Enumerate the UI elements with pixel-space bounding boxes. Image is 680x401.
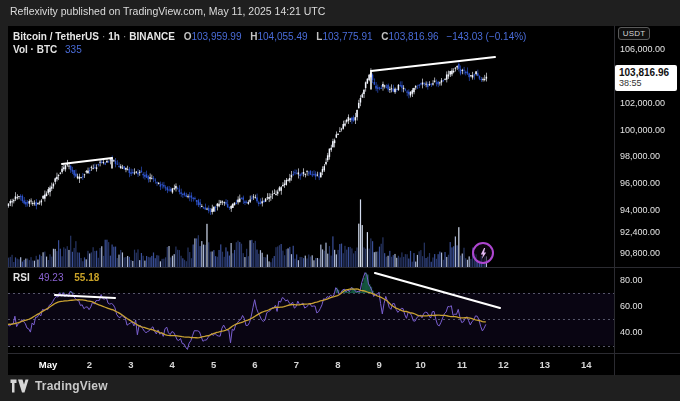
rsi-ma-value: 55.18 [74, 272, 99, 283]
price-chart-canvas[interactable] [0, 0, 680, 401]
boost-lightning-icon[interactable] [472, 242, 494, 264]
price-axis-label: 100,000.00 [620, 125, 665, 135]
time-axis-label: 12 [498, 359, 509, 370]
time-axis-label: 5 [211, 359, 216, 370]
time-axis-label: 13 [540, 359, 551, 370]
close-value: 103,816.96 [389, 31, 439, 42]
low-value: 103,775.91 [322, 31, 372, 42]
price-axis-label: 106,000.00 [620, 44, 665, 54]
legend-separator: · [123, 31, 126, 42]
last-price-badge: 103,816.96 38:55 [615, 65, 677, 91]
interval-label: 1h [108, 31, 120, 42]
high-value: 104,055.49 [258, 31, 308, 42]
change-value: −143.03 (−0.14%) [446, 31, 526, 42]
brand-name: TradingView [35, 379, 108, 393]
lightning-bolt-glyph [477, 247, 490, 260]
exchange-label: BINANCE [129, 31, 175, 42]
close-label: C [381, 31, 388, 42]
time-axis-label: 8 [335, 359, 340, 370]
time-axis-label: 3 [128, 359, 133, 370]
price-axis-label: 96,000.00 [620, 178, 660, 188]
time-axis-label: 14 [581, 359, 592, 370]
tradingview-footer[interactable]: TradingView [10, 379, 108, 393]
price-axis-label: 94,000.00 [620, 205, 660, 215]
price-axis-label: 92,400.00 [620, 227, 660, 237]
time-axis-label: 9 [377, 359, 382, 370]
symbol-title: Bitcoin / TetherUS [13, 31, 99, 42]
price-axis-label: 90,800.00 [620, 248, 660, 258]
open-value: 103,959.99 [191, 31, 241, 42]
rsi-value: 49.23 [38, 272, 63, 283]
publish-banner: Reflexivity published on TradingView.com… [10, 5, 325, 17]
time-axis-label: 4 [170, 359, 175, 370]
time-axis-label: 2 [87, 359, 92, 370]
legend-separator: · [102, 31, 105, 42]
price-axis-label: 98,000.00 [620, 151, 660, 161]
high-label: H [250, 31, 257, 42]
symbol-legend[interactable]: Bitcoin / TetherUS·1h·BINANCE O103,959.9… [13, 31, 526, 42]
time-axis-label: 10 [415, 359, 426, 370]
bar-countdown-timer: 38:55 [619, 78, 677, 89]
time-axis-label: 7 [294, 359, 299, 370]
last-price-value: 103,816.96 [619, 67, 677, 78]
rsi-label: RSI [13, 272, 30, 283]
rsi-axis-label: 60.00 [620, 301, 643, 311]
rsi-axis-label: 80.00 [620, 275, 643, 285]
volume-legend[interactable]: Vol · BTC 335 [13, 44, 82, 55]
time-axis-label: 11 [457, 359, 467, 370]
time-axis-label: 6 [252, 359, 257, 370]
rsi-axis-label: 40.00 [620, 327, 643, 337]
rsi-legend[interactable]: RSI 49.23 55.18 [13, 272, 99, 283]
tradingview-logo-icon [10, 379, 29, 393]
price-axis-label: 102,000.00 [620, 98, 665, 108]
volume-value: 335 [65, 44, 82, 55]
currency-toggle-button[interactable]: USDT [618, 27, 650, 40]
time-axis-label: May [39, 359, 57, 370]
volume-label: Vol · BTC [13, 44, 57, 55]
